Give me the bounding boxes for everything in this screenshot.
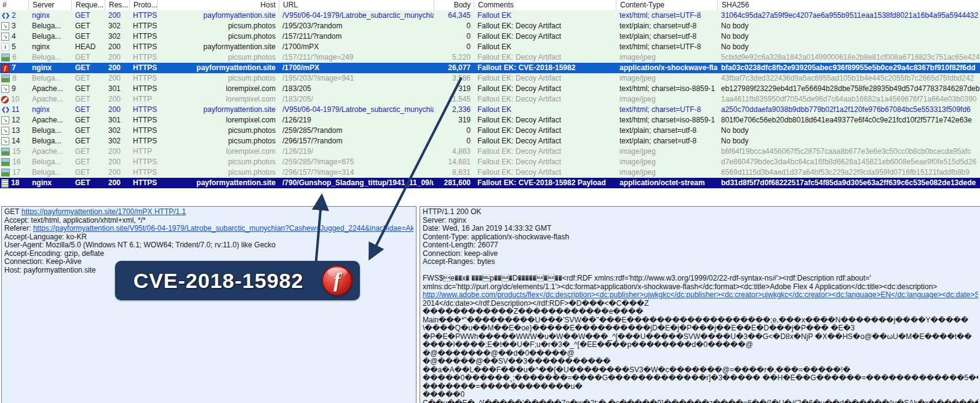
blocked-icon bbox=[1, 96, 9, 103]
text-segment: Server: nginx bbox=[423, 217, 466, 225]
column-header-[interactable]: # bbox=[0, 0, 28, 10]
table-row[interactable]: ↘13Beluga...GET302HTTPSpicsum.photos/259… bbox=[0, 126, 980, 136]
host-cell: lorempixel.com bbox=[157, 84, 279, 94]
comments-cell: Fallout EK: Decoy Artifact bbox=[474, 115, 616, 126]
url-cell: /1700/mPX bbox=[279, 63, 434, 73]
table-row[interactable]: f7nginxGET200HTTPSpayformyattention.site… bbox=[0, 63, 980, 73]
content-type-cell: image/jpeg bbox=[616, 73, 717, 84]
url-cell: /195/203/?random bbox=[279, 21, 434, 31]
host-cell: picsum.photos bbox=[157, 136, 279, 146]
body-size-cell: 319 bbox=[434, 84, 474, 94]
text-segment: xmlns:dc='http://purl.org/dc/elements/1.… bbox=[423, 283, 937, 291]
session-number: 7 bbox=[12, 63, 16, 73]
response-body-panel[interactable]: HTTP/1.1 200 OKServer: nginxDate: Wed, 1… bbox=[420, 206, 980, 403]
sha256-cell: 31064c95da27a59f9ec4207ae6a955b9511eaa15… bbox=[717, 10, 980, 21]
text-line: \����Q�u��M��E�oe}�����E����������jD�E�j… bbox=[423, 324, 978, 333]
session-number: 14 bbox=[12, 136, 20, 146]
column-header-contenttype[interactable]: Content-Type bbox=[616, 0, 717, 10]
text-segment: Host: payformyattention.site bbox=[4, 266, 96, 274]
comments-cell: Fallout EK: Decoy Artifact bbox=[474, 21, 616, 31]
session-number-cell: ↘13 bbox=[0, 126, 28, 136]
request-method-cell: GET bbox=[71, 157, 105, 167]
text-line: Referer: https://payformyattention.site/… bbox=[4, 225, 413, 233]
image-icon bbox=[1, 54, 10, 62]
redirect-icon: ↘ bbox=[1, 127, 9, 135]
table-row[interactable]: 10Apache...GET200HTTPlorempixel.com/183/… bbox=[0, 94, 980, 105]
text-segment: �@�����@��SV��3����������� bbox=[423, 357, 610, 365]
table-row[interactable]: 16Beluga...GET200HTTPSpicsum.photos/259/… bbox=[0, 157, 980, 167]
text-segment: ������������Z������������e���� bbox=[423, 308, 643, 316]
host-cell: picsum.photos bbox=[157, 73, 279, 84]
hyperlink[interactable]: https://payformyattention.site/1700/mPX … bbox=[22, 208, 186, 216]
body-size-cell: 3,586 bbox=[434, 73, 474, 84]
request-method-cell: GET bbox=[71, 31, 105, 42]
protocol-cell: HTTPS bbox=[129, 126, 157, 136]
server-cell: Beluga... bbox=[28, 136, 71, 146]
content-type-cell: image/jpeg bbox=[616, 157, 717, 167]
protocol-cell: HTTPS bbox=[129, 10, 157, 21]
session-number-cell: ❮❯2 bbox=[0, 10, 28, 21]
table-row[interactable]: i5nginxHEAD200HTTPSpayformyattention.sit… bbox=[0, 42, 980, 52]
protocol-cell: HTTPS bbox=[129, 105, 157, 115]
result-code-cell: 200 bbox=[105, 63, 129, 73]
sha256-cell: No body bbox=[717, 126, 980, 136]
text-segment: Accept: text/html, application/xhtml+xml… bbox=[4, 217, 146, 225]
result-code-cell: 200 bbox=[105, 167, 129, 178]
table-row[interactable]: 18nginxGET200HTTPSpayformyattention.site… bbox=[0, 178, 980, 188]
hyperlink[interactable]: https://payformyattention.site/V95t/06-0… bbox=[33, 225, 413, 233]
host-cell: lorempixel.com bbox=[157, 146, 279, 157]
result-code-cell: 301 bbox=[105, 84, 129, 94]
column-header-server[interactable]: Server bbox=[28, 0, 71, 10]
text-line: �����0������¸;�������=����G�������������… bbox=[423, 374, 978, 383]
text-line: Accept-Ranges: bytes bbox=[423, 258, 978, 266]
body-size-cell: 0 bbox=[434, 42, 474, 52]
table-row[interactable]: 6Beluga...GET200HTTPSpicsum.photos/157/2… bbox=[0, 52, 980, 63]
column-header-sha256[interactable]: SHA256 bbox=[717, 0, 980, 10]
text-segment: \����Q�u��M��E�oe}�����E����������jD�E�j… bbox=[423, 324, 855, 332]
request-headers-panel[interactable]: GET https://payformyattention.site/1700/… bbox=[1, 206, 416, 403]
text-line: ����I����;E�t��U�F;u�r�3�_^[�ËE����p����… bbox=[423, 341, 978, 349]
redirect-icon: ↘ bbox=[1, 85, 9, 93]
text-segment: �����0������¸;�������=����G�������������… bbox=[423, 374, 978, 382]
table-row[interactable]: ↘3Beluga...GET302HTTPSpicsum.photos/195/… bbox=[0, 21, 980, 31]
column-header-body[interactable]: Body bbox=[434, 0, 474, 10]
column-header-comments[interactable]: Comments bbox=[474, 0, 616, 10]
session-number-cell: ↘4 bbox=[0, 31, 28, 42]
comments-cell: Fallout EK bbox=[474, 42, 616, 52]
result-code-cell: 200 bbox=[105, 94, 129, 105]
hyperlink[interactable]: http://www.adobe.com/products/flex</dc:d… bbox=[423, 291, 978, 299]
column-header-reque[interactable]: Reque... bbox=[71, 0, 105, 10]
table-row[interactable]: ↘9Apache...GET301HTTPSlorempixel.com/183… bbox=[0, 84, 980, 94]
column-header-res[interactable]: Res... bbox=[105, 0, 129, 10]
info-icon: i bbox=[1, 43, 9, 51]
server-cell: Beluga... bbox=[28, 167, 71, 178]
table-row[interactable]: 15Apache...GET200HTTPlorempixel.com/126/… bbox=[0, 146, 980, 157]
table-row[interactable]: ↘12Apache...GET301HTTPSlorempixel.com/12… bbox=[0, 115, 980, 126]
column-header-proto[interactable]: Proto... bbox=[129, 0, 157, 10]
sha256-cell: No body bbox=[717, 136, 980, 146]
session-number-cell: 15 bbox=[0, 146, 28, 157]
text-segment: User-Agent: Mozilla/5.0 (Windows NT 6.1;… bbox=[4, 241, 276, 249]
table-row[interactable]: 8Beluga...GET200HTTPSpicsum.photos/195/2… bbox=[0, 73, 980, 84]
column-header-url[interactable]: URL bbox=[279, 0, 434, 10]
request-method-cell: GET bbox=[71, 84, 105, 94]
session-number-cell: ❮❯11 bbox=[0, 105, 28, 115]
table-row[interactable]: ↘14Beluga...GET302HTTPSpicsum.photos/296… bbox=[0, 136, 980, 146]
table-row[interactable]: ❮❯2nginxGET200HTTPSpayformyattention.sit… bbox=[0, 10, 980, 21]
session-number-cell: ↘14 bbox=[0, 136, 28, 146]
table-row[interactable]: 17Beluga...GET200HTTPSpicsum.photos/296/… bbox=[0, 167, 980, 178]
table-row[interactable]: ❮❯11nginxGET200HTTPSpayformyattention.si… bbox=[0, 105, 980, 115]
body-size-cell: 11,545 bbox=[434, 94, 474, 105]
result-code-cell: 302 bbox=[105, 136, 129, 146]
text-line: GET https://payformyattention.site/1700/… bbox=[4, 208, 413, 217]
text-line: �������=������������u� bbox=[423, 383, 978, 391]
request-method-cell: GET bbox=[71, 178, 105, 188]
body-size-cell: 2,336 bbox=[434, 105, 474, 115]
text-segment: HTTP/1.1 200 OK bbox=[423, 208, 481, 216]
text-line: xmlns:dc='http://purl.org/dc/elements/1.… bbox=[423, 283, 978, 292]
text-segment: Date: Wed, 16 Jan 2019 14:33:32 GMT bbox=[423, 225, 551, 233]
session-number-cell: 16 bbox=[0, 157, 28, 167]
column-header-host[interactable]: Host bbox=[157, 0, 279, 10]
table-row[interactable]: ↘4Beluga...GET302HTTPSpicsum.photos/157/… bbox=[0, 31, 980, 42]
host-cell: picsum.photos bbox=[157, 167, 279, 178]
